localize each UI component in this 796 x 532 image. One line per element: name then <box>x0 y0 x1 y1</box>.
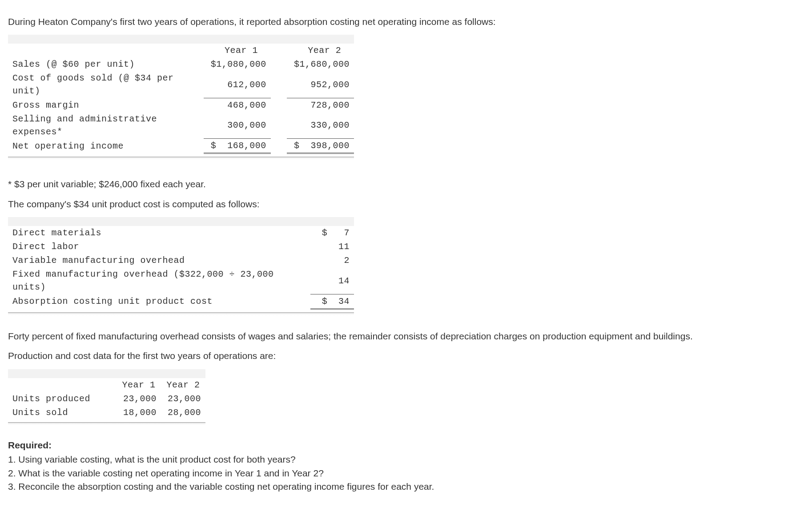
row-label: Absorption costing unit product cost <box>8 294 310 309</box>
para-unit-cost-intro: The company's $34 unit product cost is c… <box>8 197 787 211</box>
table-row: Net operating income $168,000 $398,000 <box>8 139 354 153</box>
col-header-year1: Year 1 <box>117 378 161 392</box>
col-header-year1: Year 1 <box>216 44 271 57</box>
req-item-3: 3. Reconcile the absorption costing and … <box>8 480 787 493</box>
table-row: Variable manufacturing overhead 2 <box>8 254 354 267</box>
row-label: Selling and administrative expenses* <box>8 112 204 139</box>
table-row: Fixed manufacturing overhead ($322,000 ÷… <box>8 267 354 294</box>
col-header-year2: Year 2 <box>299 44 354 57</box>
table-row: Cost of goods sold (@ $34 per unit) 612,… <box>8 71 354 98</box>
table-row: Units produced 23,000 23,000 <box>8 392 205 406</box>
scrollbar-edge <box>8 312 354 315</box>
table-income-statement: Year 1 Year 2 Sales (@ $60 per unit) $1,… <box>8 35 354 154</box>
table-row: Sales (@ $60 per unit) $1,080,000 $1,680… <box>8 57 354 71</box>
row-label: Cost of goods sold (@ $34 per unit) <box>8 71 204 98</box>
footnote-text: * $3 per unit variable; $246,000 fixed e… <box>8 177 787 191</box>
table-unit-cost: Direct materials $7 Direct labor 11 Vari… <box>8 217 354 310</box>
required-heading: Required: <box>8 439 787 452</box>
row-label: Sales (@ $60 per unit) <box>8 57 204 71</box>
row-label: Units produced <box>8 392 117 406</box>
row-label: Direct labor <box>8 240 310 254</box>
scrollbar-edge <box>8 422 205 425</box>
para-production-intro: Production and cost data for the first t… <box>8 349 787 363</box>
table-row: Units sold 18,000 28,000 <box>8 406 205 419</box>
para-fixed-overhead: Forty percent of fixed manufacturing ove… <box>8 330 787 343</box>
row-label: Net operating income <box>8 139 204 153</box>
table-row: Direct materials $7 <box>8 226 354 240</box>
row-label: Variable manufacturing overhead <box>8 254 310 267</box>
row-label: Gross margin <box>8 98 204 112</box>
req-item-2: 2. What is the variable costing net oper… <box>8 467 787 480</box>
col-header-year2: Year 2 <box>161 378 205 392</box>
table-production: Year 1 Year 2 Units produced 23,000 23,0… <box>8 369 205 419</box>
req-item-1: 1. Using variable costing, what is the u… <box>8 453 787 466</box>
table-header-row: Year 1 Year 2 <box>8 378 205 392</box>
table-header-row: Year 1 Year 2 <box>8 44 354 57</box>
table-row: Gross margin 468,000 728,000 <box>8 98 354 112</box>
scrollbar-edge <box>8 157 354 160</box>
table-row: Selling and administrative expenses* 300… <box>8 112 354 139</box>
intro-text: During Heaton Company's first two years … <box>8 15 787 28</box>
table-row: Absorption costing unit product cost $34 <box>8 294 354 309</box>
row-label: Direct materials <box>8 226 310 240</box>
row-label: Units sold <box>8 406 117 419</box>
table-row: Direct labor 11 <box>8 240 354 254</box>
row-label: Fixed manufacturing overhead ($322,000 ÷… <box>8 267 310 294</box>
